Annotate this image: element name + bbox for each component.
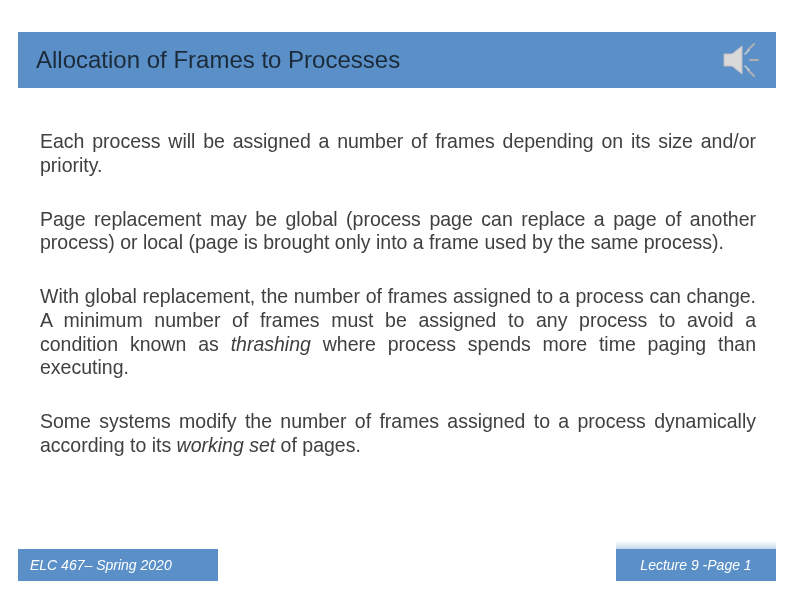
footer-course: ELC 467– Spring 2020 bbox=[18, 549, 218, 581]
paragraph-4a: Some systems modify the number of frames… bbox=[40, 410, 756, 456]
title-bar: Allocation of Frames to Processes bbox=[18, 32, 776, 88]
content-area: Each process will be assigned a number o… bbox=[40, 130, 756, 458]
slide: Allocation of Frames to Processes Each p… bbox=[0, 0, 794, 595]
footer-right-fade bbox=[616, 541, 776, 549]
speaker-icon bbox=[718, 36, 766, 84]
paragraph-3: With global replacement, the number of f… bbox=[40, 285, 756, 380]
paragraph-2: Page replacement may be global (process … bbox=[40, 208, 756, 256]
svg-marker-0 bbox=[724, 46, 742, 74]
footer-page-text: Lecture 9 -Page 1 bbox=[640, 557, 751, 573]
slide-title: Allocation of Frames to Processes bbox=[36, 46, 400, 74]
svg-line-1 bbox=[748, 44, 754, 50]
working-set-term: working set bbox=[177, 434, 276, 456]
thrashing-term: thrashing bbox=[231, 333, 311, 355]
paragraph-4: Some systems modify the number of frames… bbox=[40, 410, 756, 458]
footer-page: Lecture 9 -Page 1 bbox=[616, 549, 776, 581]
paragraph-4b: of pages. bbox=[275, 434, 361, 456]
svg-line-3 bbox=[748, 70, 754, 76]
paragraph-1: Each process will be assigned a number o… bbox=[40, 130, 756, 178]
svg-line-4 bbox=[745, 50, 749, 54]
svg-line-5 bbox=[745, 66, 749, 70]
footer-course-text: ELC 467– Spring 2020 bbox=[30, 557, 172, 573]
